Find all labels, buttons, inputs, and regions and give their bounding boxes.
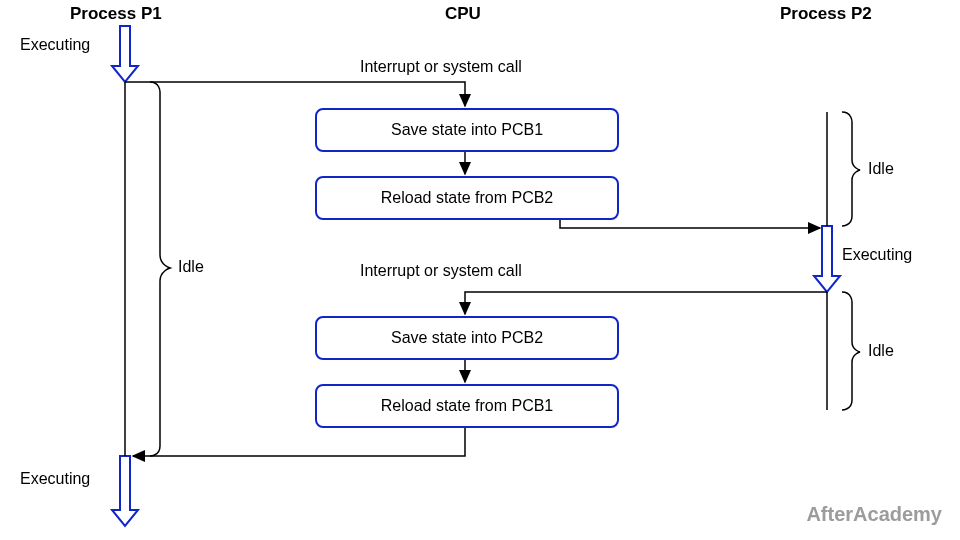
- label-executing-top: Executing: [20, 36, 90, 54]
- box-reload-pcb2: Reload state from PCB2: [315, 176, 619, 220]
- box-save-pcb1: Save state into PCB1: [315, 108, 619, 152]
- brace-r1: [842, 112, 860, 226]
- box-save-pcb2: Save state into PCB2: [315, 316, 619, 360]
- label-idle-r1: Idle: [868, 160, 894, 178]
- label-idle-r2: Idle: [868, 342, 894, 360]
- arrow-int1: [125, 82, 465, 106]
- p2-exec-arrow: [814, 226, 840, 292]
- header-p2: Process P2: [780, 4, 872, 24]
- label-interrupt-1: Interrupt or system call: [360, 58, 522, 76]
- p1-exec-arrow-top: [112, 26, 138, 82]
- p1-exec-arrow-bottom: [112, 456, 138, 526]
- label-executing-bot: Executing: [20, 470, 90, 488]
- header-p1: Process P1: [70, 4, 162, 24]
- header-cpu: CPU: [445, 4, 481, 24]
- brace-left: [150, 82, 170, 456]
- watermark: AfterAcademy: [806, 503, 942, 526]
- label-idle-left: Idle: [178, 258, 204, 276]
- brace-r2: [842, 292, 860, 410]
- arrow-int2: [465, 292, 827, 314]
- label-executing-mid: Executing: [842, 246, 912, 264]
- label-interrupt-2: Interrupt or system call: [360, 262, 522, 280]
- arrow-to-p1: [133, 424, 465, 456]
- box-reload-pcb1: Reload state from PCB1: [315, 384, 619, 428]
